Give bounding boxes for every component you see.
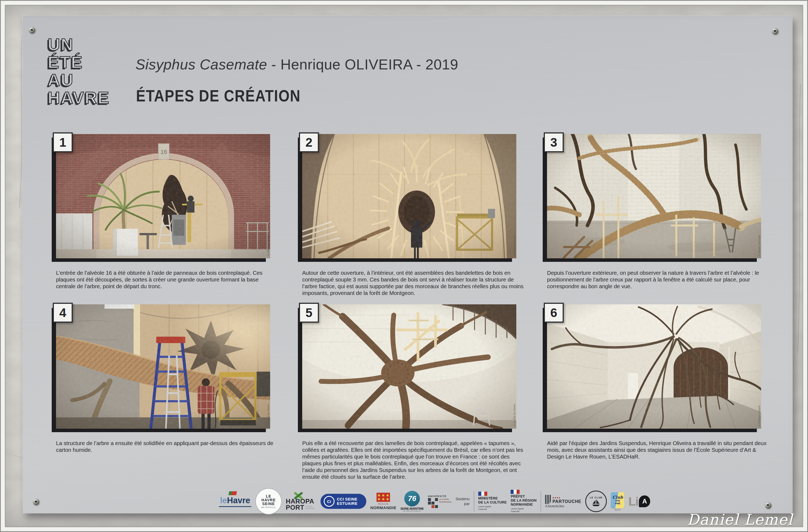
logo-text: le xyxy=(220,496,227,505)
photo-scene-6 xyxy=(547,304,761,429)
logo-text: SEINE-MARITIME xyxy=(401,507,424,510)
logo-le-havre-seine-metropole: LE HAVRE SEINE MÉTROPOLE xyxy=(255,488,282,514)
step-caption: Puis elle a été recouverte par des lamel… xyxy=(302,440,525,480)
photo-scene-5 xyxy=(302,304,516,429)
photo-credit: ©Un Été Au Havre xyxy=(513,404,516,426)
step-number-badge: 4 xyxy=(53,303,73,323)
photo-credit: ©Simon Deslogis xyxy=(758,235,760,256)
logo-partouche: ♦♦♦♦ PARTOUCHE #JouezleJeu xyxy=(545,495,581,508)
step-number: 4 xyxy=(59,305,66,320)
step-photo-1: 16 ©Simon Deslogis xyxy=(56,134,270,258)
logo-text: A xyxy=(639,495,650,507)
brand-line: HAVRE xyxy=(48,89,110,107)
logo-text: PME xyxy=(615,502,621,505)
logo-text: SEINE xyxy=(262,502,275,506)
artwork-title: Sisyphus Casemate xyxy=(135,56,267,72)
logo-text: ESTUAIRE xyxy=(337,501,358,506)
logo-ministere-culture: MINISTÈRE DE LA CULTURE Liberté Égalité … xyxy=(478,492,507,511)
logo-seine-maritime-76: 76 SEINE-MARITIME LE DÉPARTEMENT xyxy=(401,491,424,512)
step-block-1: 16 ©Simon Deslogis 1 L’entrée de l’alvéo… xyxy=(56,134,270,258)
diamonds-icon: ♦♦♦♦ xyxy=(552,496,561,499)
logo-text: DE LA CULTURE xyxy=(478,500,507,505)
le-havre-flag-icon xyxy=(228,491,237,495)
step-number: 3 xyxy=(550,135,557,150)
photo-scene-2 xyxy=(302,134,516,258)
logo-text: Le Havre Rouen Paris xyxy=(306,506,316,510)
logo-text: Havre xyxy=(227,496,250,505)
logo-prefet-region-normandie: PRÉFET DE LA RÉGION NORMANDIE Liberté Ég… xyxy=(511,490,536,513)
partouche-stripes-icon xyxy=(545,495,551,504)
photo-scene-3 xyxy=(547,134,761,258)
logo-text: LE xyxy=(266,494,271,498)
photo-credit: ©Simon Deslogis xyxy=(267,235,270,256)
logo-text: PRÉFET xyxy=(511,495,536,499)
logo-text: NORMANDIE xyxy=(370,505,397,510)
logo-club-tpe-pme: Club TPE PME by CCI xyxy=(611,492,624,511)
logo-text: LE HAVRE xyxy=(439,498,452,501)
normandie-lions-flag-icon xyxy=(377,493,390,502)
step-number-badge: 6 xyxy=(544,303,564,323)
logo-text: NORMANDIE xyxy=(511,503,536,507)
logo-region-normandie: RÉGION NORMANDIE xyxy=(370,493,397,510)
logo-text: CCI SEINE xyxy=(337,497,358,501)
french-flag-icon xyxy=(478,492,487,496)
logo-text: Soutenu xyxy=(456,496,470,501)
step-block-5: ©Un Été Au Havre 5 Puis elle a été recou… xyxy=(302,304,516,429)
soutenu-par-label: Soutenu par xyxy=(456,496,470,506)
step-caption: Depuis l’ouverture extérieure, on peut o… xyxy=(547,269,770,289)
step-block-4: ©Un Été Au Havre 4 La structure de l’arb… xyxy=(56,304,270,429)
sailboat-icon xyxy=(591,499,601,507)
logo-text: PORT xyxy=(286,505,304,511)
step-photo-5: ©Un Été Au Havre xyxy=(302,304,516,429)
artist-and-year: - Henrique OLIVEIRA - 2019 xyxy=(267,56,458,72)
screw-icon xyxy=(765,502,771,508)
step-photo-6: ©Philippe Bréard xyxy=(547,304,761,429)
logo-text: RÉGION xyxy=(378,503,389,505)
brand-line: ÉTÉ xyxy=(48,53,110,71)
step-number-badge: 2 xyxy=(299,132,319,152)
photographer-watermark: Daniel Lemel xyxy=(687,511,793,528)
step-caption: Autour de cette ouverture, à l’intérieur… xyxy=(302,269,525,296)
brand-line: UN xyxy=(48,36,110,53)
step-caption: Aidé par l’équipe des Jardins Suspendus,… xyxy=(547,440,770,460)
step-caption: L’entrée de l’alvéole 16 a été obturée à… xyxy=(56,269,279,289)
french-flag-icon xyxy=(511,490,519,494)
logo-text: Liberté Égalité Fraternité xyxy=(511,508,526,513)
step-number: 6 xyxy=(550,305,557,320)
brand-line: AU xyxy=(48,71,110,89)
divider xyxy=(540,491,541,512)
logo-lia: Li A xyxy=(628,495,650,508)
photo-scene-4 xyxy=(56,304,270,429)
step-number: 5 xyxy=(306,305,312,320)
step-block-6: ©Philippe Bréard 6 Aidé par l’équipe des… xyxy=(547,304,761,429)
logo-text: MINISTÈRE xyxy=(478,496,507,500)
divider xyxy=(474,491,474,512)
logo-le-havre: leHavre xyxy=(219,496,251,507)
step-photo-3: ©Simon Deslogis xyxy=(547,134,761,258)
step-number-badge: 5 xyxy=(299,303,319,323)
step-caption: La structure de l’arbre a ensuite été so… xyxy=(56,440,279,453)
cci-icon: Ci xyxy=(324,496,334,507)
logo-haropa-port: HAROPA PORT Le Havre Rouen Paris xyxy=(286,492,316,511)
photo-scene-1: 16 xyxy=(56,134,270,258)
step-number: 2 xyxy=(306,135,312,150)
step-block-2: ©Simon Deslogis 2 Autour de cette ouvert… xyxy=(302,134,516,258)
screw-icon xyxy=(29,27,35,33)
screw-icon xyxy=(33,499,39,505)
logo-le-club: LE CLUB xyxy=(585,491,607,512)
step-photo-4: ©Un Été Au Havre xyxy=(56,304,270,429)
step-number-badge: 1 xyxy=(53,132,73,152)
un-ete-au-havre-logo: UN ÉTÉ AU HAVRE xyxy=(48,36,110,107)
logo-text: UNIVERSITÉ xyxy=(428,495,446,497)
logo-text: LE CLUB xyxy=(590,496,603,499)
logo-text: LE DÉPARTEMENT xyxy=(403,510,421,512)
information-panel: UN ÉTÉ AU HAVRE Sisyphus Casemate - Henr… xyxy=(23,16,793,513)
club-tpe-pme-card-icon: Club TPE PME xyxy=(611,492,624,508)
logo-text: DE LA RÉGION xyxy=(511,499,536,503)
76-badge-icon: 76 xyxy=(404,491,420,507)
logo-universite-le-havre: UNIVERSITÉ LE HAVRE NORMANDIE xyxy=(428,495,452,508)
logo-text: MÉTROPOLE xyxy=(261,507,276,509)
photo-credit: ©Simon Deslogis xyxy=(513,235,516,256)
step-photo-2: ©Simon Deslogis xyxy=(302,134,516,258)
photo-credit: ©Un Été Au Havre xyxy=(267,404,270,426)
